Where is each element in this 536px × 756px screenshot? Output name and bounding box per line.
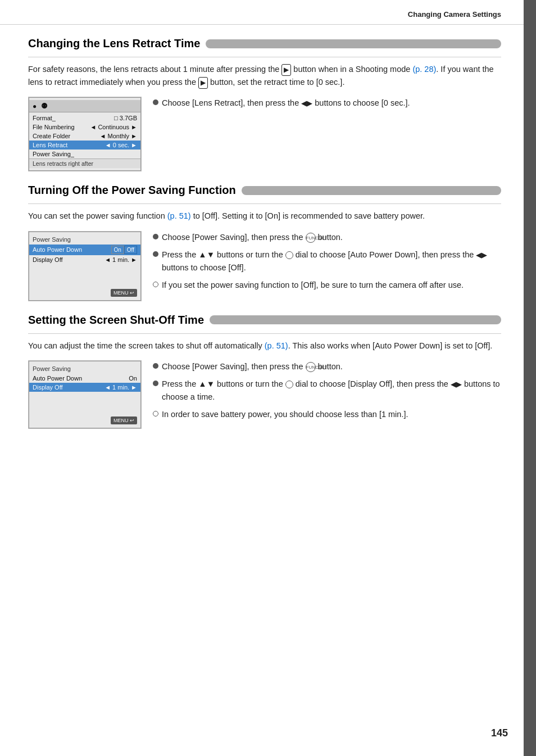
shutoff-body: You can adjust the time the screen takes… <box>28 339 501 352</box>
menu-row-createfolder: Create Folder ◄ Monthly ► <box>29 132 140 141</box>
lens-retract-body: For safety reasons, the lens retracts ab… <box>28 63 501 89</box>
bullet-ps-2: Press the ▲▼ buttons or turn the dial to… <box>153 248 501 274</box>
menu-btn-1: MENU ↩ <box>111 289 137 297</box>
menu-btn-2: MENU ↩ <box>111 417 137 424</box>
heading-bar-2 <box>242 186 501 195</box>
play-icon-2: ▶ <box>198 77 208 89</box>
lens-retract-menu: ● ⚉ Format_ □ 3.7GB File Numbering ◄ Con… <box>29 97 141 171</box>
shutoff-screenshot: Power Saving Auto Power Down On Display … <box>28 360 142 429</box>
header-title: Changing Camera Settings <box>408 10 501 19</box>
lr-arrows-icon-3: ◀▶ <box>451 380 462 388</box>
toggle-off-btn: Off <box>124 246 137 254</box>
section-lens-retract-heading: Changing the Lens Retract Time <box>28 37 501 50</box>
shutoff-instructions: Choose [Power Saving], then press the FU… <box>153 360 501 426</box>
page-number: 145 <box>491 727 508 739</box>
toggle-on: On <box>111 246 124 254</box>
ps-row-autopowerdown: Auto Power Down OnOff <box>29 245 140 255</box>
menu-row-powersaving: Power Saving_ <box>29 150 140 159</box>
divider-3 <box>28 333 501 334</box>
menu-header-1: ● ⚉ <box>29 100 140 112</box>
bullet-dot-ps-2 <box>153 251 158 257</box>
ps-spacer-1 <box>29 264 140 287</box>
bullet-so-text-3: In order to save battery power, you shou… <box>162 408 408 421</box>
bullet-so-text-2: Press the ▲▼ buttons or turn the dial to… <box>162 378 501 404</box>
lens-retract-screenshot: ● ⚉ Format_ □ 3.7GB File Numbering ◄ Con… <box>28 97 142 171</box>
ps-spacer-2 <box>29 392 140 414</box>
link-p28: (p. 28) <box>412 65 436 74</box>
section-lens-retract-title: Changing the Lens Retract Time <box>28 37 200 50</box>
bullet-lens-1: Choose [Lens Retract], then press the ◀▶… <box>153 97 501 110</box>
ps-row-autopowerdown-2: Auto Power Down On <box>29 374 140 383</box>
powersaving-menu: Power Saving Auto Power Down OnOff Displ… <box>29 232 141 301</box>
powersaving-instructions: Choose [Power Saving], then press the FU… <box>153 231 501 297</box>
toggle-on-off: OnOff <box>111 246 138 254</box>
bullet-so-2: Press the ▲▼ buttons or turn the dial to… <box>153 378 501 404</box>
link-p51-2: (p. 51) <box>265 341 288 350</box>
bullet-lens-text-1: Choose [Lens Retract], then press the ◀▶… <box>162 97 410 110</box>
bullet-dot-1 <box>153 99 158 105</box>
menu-row-lensretract: Lens Retract ◄ 0 sec. ► <box>29 141 140 150</box>
bullet-dot-so-3 <box>153 411 158 417</box>
heading-bar-1 <box>206 39 501 48</box>
section-shutoff-title: Setting the Screen Shut-Off Time <box>28 314 204 327</box>
ps-footer-1: MENU ↩ <box>29 287 140 298</box>
bullet-ps-text-1: Choose [Power Saving], then press the FU… <box>162 231 343 244</box>
bullet-dot-ps-3 <box>153 282 158 287</box>
dial-icon-2 <box>285 381 293 388</box>
shutoff-menu: Power Saving Auto Power Down On Display … <box>29 361 141 428</box>
menu-row-filenumbering: File Numbering ◄ Continuous ► <box>29 123 140 132</box>
ps-footer-2: MENU ↩ <box>29 414 140 425</box>
ud-arrows-icon-2: ▲▼ <box>198 379 215 388</box>
bullet-dot-so-2 <box>153 381 158 386</box>
lens-retract-content: ● ⚉ Format_ □ 3.7GB File Numbering ◄ Con… <box>28 97 501 171</box>
section-powersaving-title: Turning Off the Power Saving Function <box>28 184 236 197</box>
ps-title-1: Power Saving <box>29 234 140 245</box>
heading-bar-3 <box>210 315 501 324</box>
link-p51-1: (p. 51) <box>167 211 191 220</box>
powersaving-body: You can set the power saving function (p… <box>28 210 501 223</box>
wrench-tab-icon: ⚉ <box>41 102 48 110</box>
bullet-so-text-1: Choose [Power Saving], then press the FU… <box>162 360 343 373</box>
menu-note-1: Lens retracts right after <box>29 159 140 168</box>
lr-arrows-icon-2: ◀▶ <box>476 251 487 259</box>
bullet-ps-3: If you set the power saving function to … <box>153 279 501 292</box>
menu-row-format: Format_ □ 3.7GB <box>29 114 140 123</box>
bullet-dot-ps-1 <box>153 234 158 239</box>
func-set-icon-2: FUNCSET <box>306 362 316 372</box>
bullet-ps-text-2: Press the ▲▼ buttons or turn the dial to… <box>162 248 501 274</box>
camera-tab-icon: ● <box>33 102 37 110</box>
section-shutoff-heading: Setting the Screen Shut-Off Time <box>28 314 501 327</box>
page-header: Changing Camera Settings <box>0 0 524 25</box>
ps-row-displayoff-2: Display Off ◄ 1 min. ► <box>29 383 140 392</box>
divider-1 <box>28 57 501 57</box>
ud-arrows-icon-1: ▲▼ <box>198 250 215 259</box>
ps-title-2: Power Saving <box>29 364 140 374</box>
powersaving-content: Power Saving Auto Power Down OnOff Displ… <box>28 231 501 301</box>
lens-retract-instructions: Choose [Lens Retract], then press the ◀▶… <box>153 97 501 114</box>
lr-arrows-icon-1: ◀▶ <box>301 99 312 107</box>
divider-2 <box>28 203 501 204</box>
shutoff-content: Power Saving Auto Power Down On Display … <box>28 360 501 429</box>
right-tab <box>524 0 536 756</box>
dial-icon-1 <box>285 251 293 259</box>
play-icon-1: ▶ <box>281 64 291 76</box>
bullet-dot-so-1 <box>153 363 158 369</box>
bullet-ps-1: Choose [Power Saving], then press the FU… <box>153 231 501 244</box>
func-set-icon-1: FUNCSET <box>306 233 316 243</box>
bullet-ps-text-3: If you set the power saving function to … <box>162 279 464 292</box>
powersaving-screenshot: Power Saving Auto Power Down OnOff Displ… <box>28 231 142 301</box>
bullet-so-3: In order to save battery power, you shou… <box>153 408 501 421</box>
section-powersaving-heading: Turning Off the Power Saving Function <box>28 184 501 197</box>
bullet-so-1: Choose [Power Saving], then press the FU… <box>153 360 501 373</box>
ps-row-displayoff: Display Off ◄ 1 min. ► <box>29 255 140 264</box>
